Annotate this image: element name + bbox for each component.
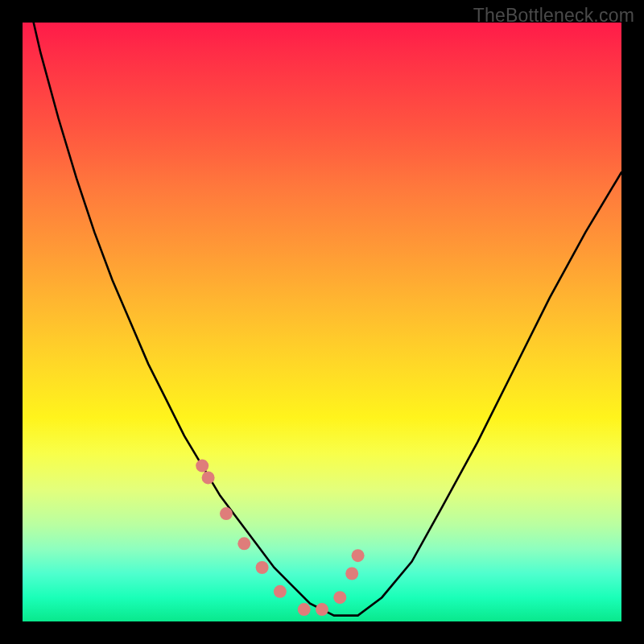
marker-dot <box>196 460 208 473</box>
chart-outer-frame: TheBottleneck.com <box>0 0 644 644</box>
marker-dot <box>316 603 328 616</box>
trough-markers <box>196 460 364 617</box>
watermark-text: TheBottleneck.com <box>473 5 634 27</box>
marker-dot <box>298 603 311 616</box>
marker-dot <box>220 507 233 520</box>
marker-dot <box>202 471 215 484</box>
marker-dot <box>256 561 269 574</box>
marker-dot <box>333 591 346 604</box>
bottleneck-curve-line <box>23 0 621 616</box>
chart-plot-area <box>23 23 621 621</box>
marker-dot <box>352 549 365 562</box>
marker-dot <box>345 568 358 580</box>
marker-dot <box>274 585 287 598</box>
marker-dot <box>237 537 250 550</box>
chart-svg <box>23 23 621 621</box>
